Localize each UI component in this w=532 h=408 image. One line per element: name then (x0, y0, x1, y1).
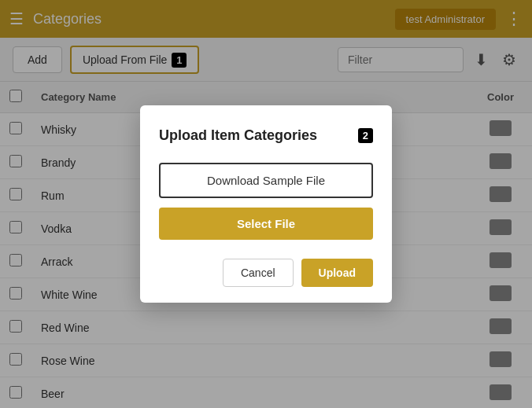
select-file-button[interactable]: Select File (159, 208, 373, 240)
cancel-button[interactable]: Cancel (223, 259, 294, 287)
download-sample-button[interactable]: Download Sample File (159, 163, 373, 198)
modal: Upload Item Categories 2 Download Sample… (140, 105, 392, 303)
modal-footer: Cancel Upload (159, 259, 373, 287)
upload-button[interactable]: Upload (301, 259, 373, 287)
modal-overlay: Upload Item Categories 2 Download Sample… (0, 0, 532, 408)
modal-title: Upload Item Categories (159, 127, 317, 144)
modal-header: Upload Item Categories 2 (159, 127, 373, 144)
modal-badge: 2 (358, 128, 373, 143)
